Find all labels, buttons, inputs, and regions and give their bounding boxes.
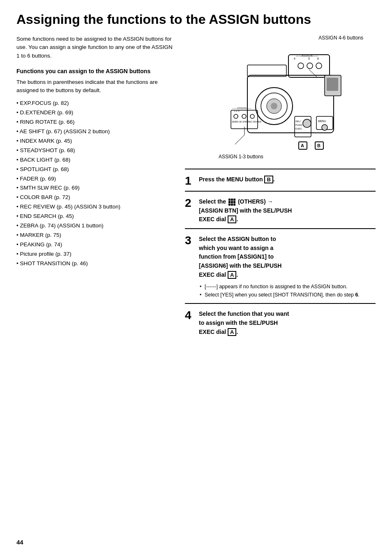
function-list-item: FADER (p. 69)	[16, 174, 177, 184]
function-list-item: REC REVIEW (p. 45) (ASSIGN 3 button)	[16, 202, 177, 212]
svg-point-8	[316, 63, 322, 69]
svg-text:1    2    3: 1 2 3	[234, 110, 239, 112]
svg-text:REC REVIEW: REC REVIEW	[248, 120, 261, 123]
svg-point-7	[307, 63, 313, 69]
function-list-item: Picture profile (p. 37)	[16, 250, 177, 259]
step-1-number: 1	[185, 175, 195, 187]
function-list-item: ZEBRA (p. 74) (ASSIGN 1 button)	[16, 221, 177, 231]
svg-text:SEL/: SEL/	[295, 120, 301, 123]
svg-point-6	[298, 63, 304, 69]
function-list-item: SMTH SLW REC (p. 69)	[16, 183, 177, 193]
step-4: 4 Select the function that you want to a…	[185, 303, 376, 340]
left-column: Some functions need to be assigned to th…	[16, 35, 177, 340]
svg-text:B: B	[317, 143, 321, 148]
section-title: Functions you can assign to the ASSIGN b…	[16, 67, 177, 76]
step-1-content: Press the MENU button B.	[199, 175, 275, 184]
step-1: 1 Press the MENU button B.	[185, 169, 376, 191]
svg-point-18	[242, 114, 246, 118]
step-4-box: A	[228, 328, 236, 336]
svg-point-27	[303, 119, 311, 127]
step-3-bullets: [------] appears if no function is assig…	[199, 282, 360, 299]
svg-rect-14	[231, 110, 258, 129]
svg-rect-39	[327, 78, 338, 91]
function-list-item: SPOTLIGHT (p. 68)	[16, 165, 177, 174]
step-3: 3 Select the ASSIGN button to which you …	[185, 228, 376, 303]
function-list-item: AE SHIFT (p. 67) (ASSIGN 2 button)	[16, 127, 177, 137]
svg-rect-37	[247, 65, 286, 76]
svg-text:EXEC: EXEC	[295, 127, 302, 130]
step-2-content: Select the (OTHERS) → [ASSIGN BTN] with …	[199, 197, 292, 224]
step-3-content: Select the ASSIGN button to which you wa…	[199, 235, 360, 299]
page-number: 44	[16, 539, 23, 546]
section-subtitle: The buttons in parentheses indicate that…	[16, 78, 177, 95]
svg-text:4: 4	[294, 57, 295, 60]
function-list-item: STEADYSHOT (p. 68)	[16, 146, 177, 155]
svg-text:——ASSIGN——: ——ASSIGN——	[232, 107, 251, 109]
camera-diagram: ASSIGN 4-6 buttons 4 5 6 ——	[185, 35, 376, 160]
function-list-item: INDEX MARK (p. 45)	[16, 137, 177, 146]
function-list-item: RING ROTATE (p. 66)	[16, 118, 177, 127]
svg-text:6: 6	[317, 57, 319, 60]
step-3-bullet-2: Select [YES] when you select [SHOT TRANS…	[199, 291, 360, 299]
intro-text: Some functions need to be assigned to th…	[16, 35, 177, 60]
step-3-bullet-1: [------] appears if no function is assig…	[199, 282, 360, 291]
svg-text:MENU: MENU	[318, 120, 326, 123]
svg-line-13	[309, 69, 317, 77]
step-2: 2 Select the (OTHERS) →	[185, 191, 376, 228]
function-list-item: EXP.FOCUS (p. 82)	[16, 99, 177, 108]
svg-text:A: A	[301, 143, 304, 148]
function-list-item: MARKER (p. 75)	[16, 231, 177, 240]
step-3-box: A	[228, 271, 236, 279]
function-list-item: BACK LIGHT (p. 68)	[16, 155, 177, 165]
step-1-box: B	[264, 176, 273, 183]
others-icon	[228, 199, 235, 206]
function-list: EXP.FOCUS (p. 82)D.EXTENDER (p. 69)RING …	[16, 99, 177, 269]
svg-text:PUSH: PUSH	[295, 124, 302, 126]
svg-point-19	[250, 114, 254, 118]
steps-area: 1 Press the MENU button B. 2 Select the	[185, 169, 376, 341]
camera-illustration: 4 5 6 ——ASSIGN—— ——ASSIGN—— 1 2 3 ZEBRA …	[214, 42, 346, 166]
svg-line-36	[235, 135, 244, 144]
function-list-item: PEAKING (p. 74)	[16, 240, 177, 250]
step-2-box: A	[228, 215, 236, 223]
svg-text:5: 5	[308, 57, 310, 60]
svg-text:AE SHIFT: AE SHIFT	[239, 120, 249, 123]
step-4-number: 4	[185, 310, 195, 321]
function-list-item: END SEARCH (p. 45)	[16, 212, 177, 221]
function-list-item: D.EXTENDER (p. 69)	[16, 108, 177, 118]
function-list-item: COLOR BAR (p. 72)	[16, 193, 177, 202]
svg-point-30	[322, 125, 327, 130]
svg-point-4	[271, 103, 277, 109]
assign-13-label: ASSIGN 1-3 buttons	[219, 153, 263, 160]
function-list-item: SHOT TRANSITION (p. 46)	[16, 259, 177, 269]
svg-text:——ASSIGN——: ——ASSIGN——	[296, 54, 318, 57]
page-title: Assigning the functions to the ASSIGN bu…	[16, 12, 376, 27]
assign-46-label: ASSIGN 4-6 buttons	[318, 35, 363, 41]
right-column: ASSIGN 4-6 buttons 4 5 6 ——	[185, 35, 376, 340]
svg-text:ZEBRA: ZEBRA	[232, 120, 239, 123]
step-2-number: 2	[185, 197, 195, 209]
step-3-number: 3	[185, 235, 195, 246]
step-4-content: Select the function that you want to ass…	[199, 310, 289, 336]
svg-point-17	[234, 114, 238, 118]
svg-rect-0	[247, 75, 334, 133]
